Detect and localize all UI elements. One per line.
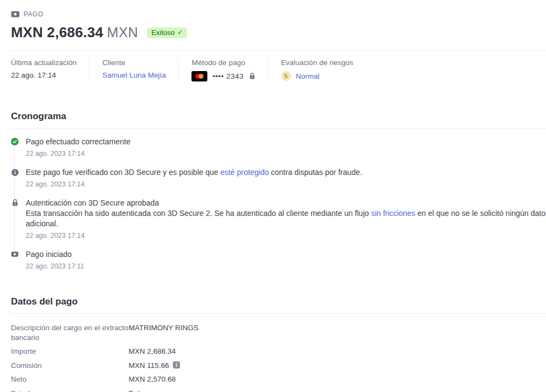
meta-label: Última actualización (11, 58, 77, 67)
detail-row-statement-descriptor: Descripción del cargo en el extracto ban… (11, 323, 546, 342)
meta-risk-evaluation: Evaluación de riesgos 5 Normal (281, 58, 365, 81)
meta-payment-method: Método de pago •••• 2343 (191, 58, 268, 81)
payment-details-heading: Datos del pago (11, 296, 546, 307)
lock-icon (249, 73, 255, 80)
risk-score-badge: 5 (281, 71, 291, 81)
text-segment: Esta transacción ha sido autenticada con… (26, 209, 371, 218)
payment-currency: MXN (107, 25, 138, 40)
risk-level-link[interactable]: Normal (296, 72, 320, 80)
timeline-item-title: Pago iniciado (26, 249, 84, 260)
payment-meta-row: Última actualización 22 ago. 17:14 Clien… (11, 51, 546, 89)
timeline-item-title: Pago efectuado correctamente (26, 137, 130, 147)
detail-value: MXN 2,686.34 (129, 347, 176, 356)
page-type-label: PAGO (24, 10, 43, 18)
meta-customer: Cliente Samuel Luna Mejía (102, 58, 178, 81)
detail-value: MXN 115.66 (129, 361, 180, 371)
timeline-item-date: 22 ago. 2023 17:14 (26, 149, 130, 158)
detail-label: Importe (11, 347, 129, 356)
timeline-item-date: 22 ago. 2023 17:14 (26, 231, 546, 240)
timeline: Pago efectuado correctamente 22 ago. 202… (11, 128, 546, 271)
customer-link[interactable]: Samuel Luna Mejía (102, 71, 166, 79)
meta-label: Método de pago (191, 58, 255, 67)
meta-label: Evaluación de riesgos (281, 58, 353, 67)
detail-label: Neto (11, 375, 129, 384)
status-check-icon: ✓ (177, 28, 183, 36)
payment-card-icon (11, 250, 19, 258)
payment-amount: MXN 2,686.34 (11, 24, 103, 41)
mastercard-icon (191, 71, 207, 81)
protected-link[interactable]: esté protegido (220, 168, 269, 177)
detail-label: Estado (11, 389, 129, 392)
timeline-item-date: 22 ago. 2023 17:11 (26, 262, 84, 271)
timeline-item-payment-succeeded: Pago efectuado correctamente 22 ago. 202… (11, 137, 546, 158)
payment-card-icon (11, 10, 20, 18)
detail-row-net: Neto MXN 2,570.68 (11, 375, 546, 384)
detail-value: MATRIMONY RINGS (129, 323, 199, 342)
detail-row-fee: Comisión MXN 115.66 (11, 361, 546, 371)
status-badge-label: Exitoso (152, 28, 175, 37)
detail-row-status: Estado Exitoso (11, 389, 546, 392)
meta-last-updated: Última actualización 22 ago. 17:14 (11, 58, 89, 81)
text-segment: contra disputas por fraude. (269, 168, 362, 177)
timeline-item-body: Esta transacción ha sido autenticada con… (26, 208, 546, 229)
payment-detail-page: PAGO MXN 2,686.34 MXN Exitoso ✓ Última a… (0, 0, 546, 392)
meta-label: Cliente (102, 58, 166, 67)
status-badge: Exitoso ✓ (147, 27, 188, 38)
info-icon (11, 168, 19, 176)
timeline-item-payment-started: Pago iniciado 22 ago. 2023 17:11 (11, 249, 546, 271)
detail-label: Descripción del cargo en el extracto ban… (11, 323, 129, 342)
success-check-icon (11, 138, 19, 145)
detail-value: MXN 2,570.68 (129, 375, 176, 384)
detail-label: Comisión (11, 361, 129, 371)
detail-value: Exitoso (129, 389, 153, 392)
timeline-heading: Cronograma (11, 111, 546, 122)
fee-value: MXN 115.66 (129, 361, 169, 371)
timeline-item-3ds-protected: Este pago fue verificado con 3D Secure y… (11, 167, 546, 189)
payment-details: Descripción del cargo en el extracto ban… (11, 314, 546, 392)
lock-icon (11, 199, 19, 207)
last-updated-value: 22 ago. 17:14 (11, 71, 77, 79)
timeline-item-text: Este pago fue verificado con 3D Secure y… (26, 167, 362, 178)
timeline-item-title: Autenticación con 3D Secure aprobada (26, 198, 546, 208)
frictionless-link[interactable]: sin fricciones (371, 209, 415, 218)
detail-row-amount: Importe MXN 2,686.34 (11, 347, 546, 356)
text-segment: Este pago fue verificado con 3D Secure y… (26, 168, 220, 177)
page-type-eyebrow: PAGO (11, 0, 546, 18)
timeline-item-date: 22 ago. 2023 17:14 (26, 180, 362, 189)
payment-title-row: MXN 2,686.34 MXN Exitoso ✓ (11, 24, 546, 41)
timeline-item-3ds-auth: Autenticación con 3D Secure aprobada Est… (11, 198, 546, 240)
fee-info-icon[interactable] (173, 361, 180, 368)
card-last4: •••• 2343 (212, 72, 243, 80)
